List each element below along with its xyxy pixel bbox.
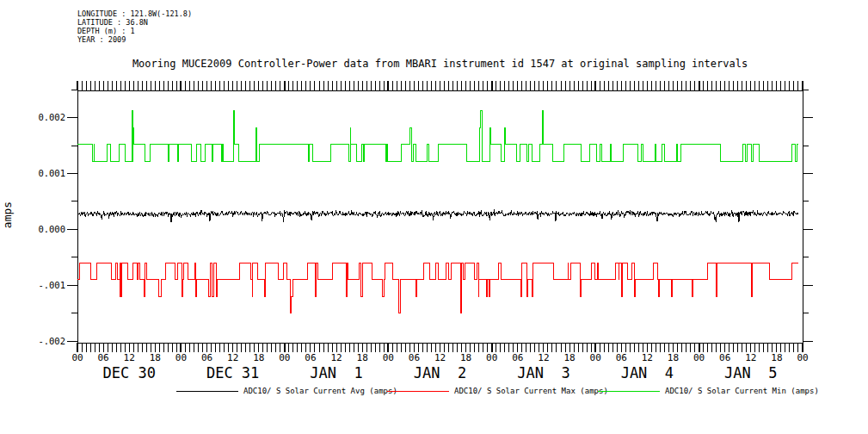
hour-tick-label: 00 [383,352,394,363]
series-line-min [77,111,798,161]
day-label: JAN 5 [724,364,777,381]
day-label: JAN 1 [310,364,362,381]
hour-tick-label: 18 [563,352,575,363]
legend-line-min [598,391,660,392]
hour-tick-label: 00 [279,352,290,363]
legend-line-max [387,391,449,392]
day-label: DEC 30 [103,364,156,381]
hour-tick-label: 00 [797,352,808,363]
hour-tick-label: 18 [460,352,471,363]
hour-tick-label: 00 [71,352,83,363]
series-line-avg [77,210,798,222]
day-label: JAN 2 [414,364,466,381]
hour-tick-label: 18 [150,352,161,363]
y-tick-label: 0.000 [38,224,65,234]
legend-item-avg: ADC10/ S Solar Current Avg (amps) [176,386,397,396]
hour-tick-label: 12 [538,352,549,363]
legend-item-min: ADC10/ S Solar Current Min (amps) [598,386,819,396]
hour-tick-label: 06 [305,352,316,363]
y-tick-label: 0.002 [38,112,65,122]
day-label: DEC 31 [206,364,259,381]
hour-tick-label: 12 [330,352,342,363]
y-tick-label: 0.001 [38,168,65,178]
plot-screen: LONGITUDE : 121.8W(-121.8) LATITUDE : 36… [0,0,868,434]
hour-tick-label: 18 [357,352,368,363]
hour-tick-label: 06 [719,352,730,363]
hour-tick-label: 12 [124,352,135,363]
hour-tick-label: 06 [409,352,420,363]
chart-svg: 0006121800061218000612180006121800061218… [0,0,868,434]
day-label: JAN 4 [621,364,674,381]
series-line-max [77,263,798,313]
hour-tick-label: 00 [590,352,601,363]
hour-tick-label: 18 [668,352,679,363]
hour-tick-label: 18 [771,352,782,363]
hour-tick-label: 06 [97,352,108,363]
hour-tick-label: 12 [227,352,238,363]
hour-tick-label: 06 [616,352,627,363]
legend-label-min: ADC10/ S Solar Current Min (amps) [665,386,819,396]
day-label: JAN 3 [517,364,569,381]
hour-tick-label: 12 [642,352,653,363]
hour-tick-label: 18 [253,352,264,363]
hour-tick-label: 06 [512,352,523,363]
hour-tick-label: 12 [745,352,756,363]
y-tick-label: -.001 [38,280,65,290]
legend-label-max: ADC10/ S Solar Current Max (amps) [454,386,608,396]
legend-label-avg: ADC10/ S Solar Current Avg (amps) [243,386,397,396]
hour-tick-label: 06 [201,352,212,363]
hour-tick-label: 00 [175,352,187,363]
hour-tick-label: 00 [486,352,497,363]
legend-item-max: ADC10/ S Solar Current Max (amps) [387,386,608,396]
y-tick-label: -.002 [38,336,65,346]
hour-tick-label: 12 [434,352,446,363]
legend-line-avg [176,391,238,392]
hour-tick-label: 00 [693,352,705,363]
